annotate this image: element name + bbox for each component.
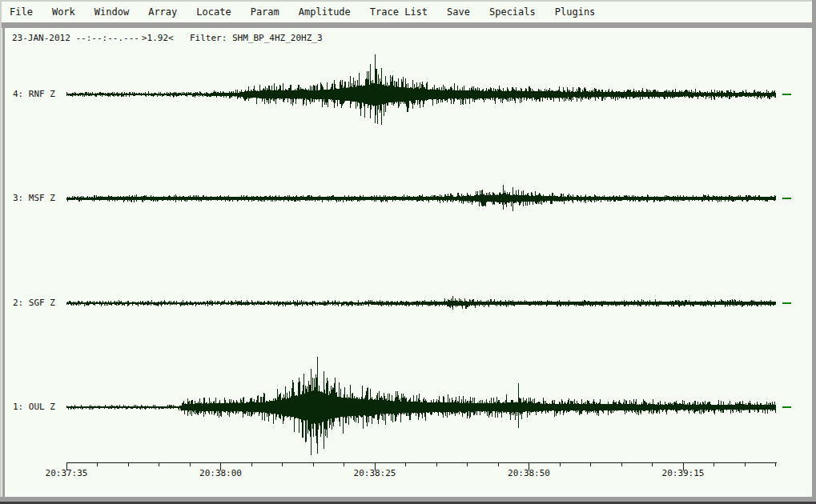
waveform-trace-rnf-z [66,54,775,125]
content-left-border [2,28,5,497]
waveform-trace-msf-z [66,185,775,211]
waveform-trace-oul-z [66,357,775,455]
trace-label-4-rnf-z[interactable]: 4: RNF Z [13,89,55,99]
window-edge-right [812,0,816,504]
shm-main-window: File Work Window Array Locate Param Ampl… [0,0,816,504]
window-edge-left [0,0,2,504]
trace-label-1-oul-z[interactable]: 1: OUL Z [13,402,55,412]
window-edge-top [0,0,816,2]
trace-label-3-msf-z[interactable]: 3: MSF Z [13,193,55,203]
trace-label-2-sgf-z[interactable]: 2: SGF Z [13,298,55,308]
time-tick-label-2: 20:38:25 [354,468,396,478]
waveform-trace-sgf-z [66,296,775,310]
time-tick-label-4: 20:39:15 [662,468,705,478]
time-tick-label-0: 20:37:35 [46,468,88,478]
time-tick-label-1: 20:38:00 [199,468,242,478]
time-tick-label-3: 20:38:50 [508,468,550,478]
seismogram-canvas[interactable] [0,0,816,504]
